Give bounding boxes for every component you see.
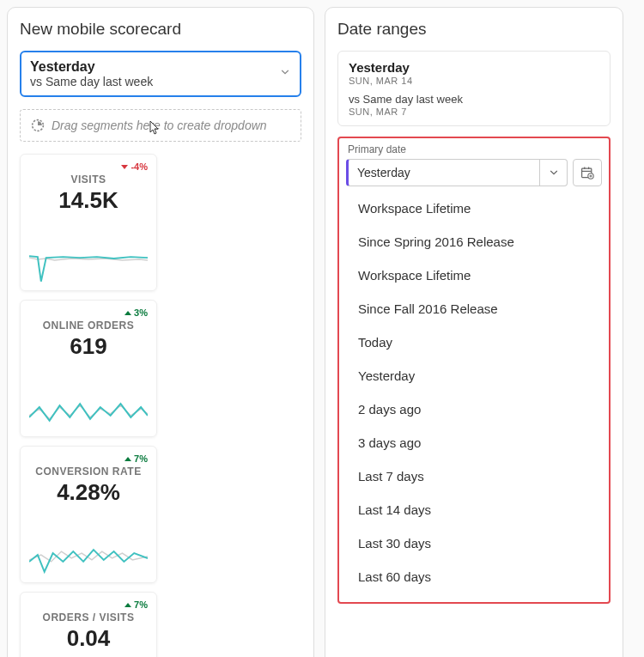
date-option[interactable]: Workspace Lifetime — [346, 259, 602, 292]
date-option[interactable]: Last 7 days — [346, 459, 602, 493]
metric-card-conversion-rate[interactable]: 7% CONVERSION RATE 4.28% — [20, 446, 157, 583]
metric-label: ONLINE ORDERS — [29, 319, 148, 332]
date-option[interactable]: Since Fall 2016 Release — [346, 292, 602, 325]
date-option[interactable]: Today — [346, 325, 602, 359]
chevron-down-icon — [539, 160, 567, 186]
summary-primary: Yesterday — [349, 60, 599, 75]
scorecard-cards: -4% VISITS 14.5K 3% ONLINE ORDERS 619 — [20, 154, 301, 657]
primary-date-selected: Yesterday — [349, 160, 539, 186]
summary-compare-sub: SUN, MAR 7 — [349, 106, 599, 117]
date-option[interactable]: Yesterday — [346, 359, 602, 392]
primary-date-select[interactable]: Yesterday — [346, 159, 568, 186]
metric-label: CONVERSION RATE — [29, 465, 148, 478]
chevron-down-icon — [279, 66, 291, 82]
date-option[interactable]: Workspace Lifetime — [346, 192, 602, 225]
trend-badge: 7% — [125, 599, 148, 610]
metric-value: 4.28% — [29, 479, 148, 506]
primary-date-label: Primary date — [348, 143, 602, 155]
date-ranges-title: Date ranges — [337, 20, 611, 39]
sparkline — [29, 360, 148, 431]
cursor-icon — [149, 120, 161, 138]
date-option[interactable]: Last 60 days — [346, 560, 602, 593]
scorecard-title: New mobile scorecard — [20, 20, 301, 39]
metric-card-visits[interactable]: -4% VISITS 14.5K — [20, 154, 157, 291]
metric-label: VISITS — [29, 173, 148, 186]
date-option[interactable]: 3 days ago — [346, 426, 602, 459]
trend-badge: 3% — [125, 307, 148, 318]
trend-badge: 7% — [125, 453, 148, 464]
date-option[interactable]: Since Spring 2016 Release — [346, 225, 602, 259]
metric-label: ORDERS / VISITS — [29, 611, 148, 624]
primary-date-section: Primary date Yesterday — [337, 137, 611, 604]
date-range-summary[interactable]: Yesterday SUN, MAR 14 vs Same day last w… — [337, 51, 611, 126]
metric-card-online-orders[interactable]: 3% ONLINE ORDERS 619 — [20, 300, 157, 437]
metric-value: 619 — [29, 333, 148, 360]
date-range-secondary: vs Same day last week — [30, 75, 291, 88]
date-option[interactable]: Last 30 days — [346, 526, 602, 560]
sparkline — [29, 506, 148, 577]
summary-compare: vs Same day last week — [349, 93, 599, 106]
date-ranges-panel: Date ranges Yesterday SUN, MAR 14 vs Sam… — [325, 7, 623, 657]
summary-primary-sub: SUN, MAR 14 — [349, 76, 599, 86]
segment-icon — [31, 119, 45, 132]
metric-value: 14.5K — [29, 187, 148, 214]
date-option[interactable]: Last 14 days — [346, 493, 602, 526]
metric-value: 0.04 — [29, 625, 148, 652]
date-option[interactable]: 2 days ago — [346, 392, 602, 426]
primary-date-options: Workspace Lifetime Since Spring 2016 Rel… — [346, 192, 602, 593]
metric-card-orders-visits[interactable]: 7% ORDERS / VISITS 0.04 — [20, 592, 157, 657]
sparkline — [29, 214, 148, 285]
date-range-primary: Yesterday — [30, 59, 291, 75]
calendar-plus-icon — [580, 166, 594, 179]
segment-dropzone[interactable]: Drag segments here to create dropdown — [20, 109, 301, 142]
scorecard-panel: New mobile scorecard Yesterday vs Same d… — [7, 7, 314, 657]
sparkline — [29, 652, 148, 657]
calendar-add-button[interactable] — [573, 159, 602, 186]
date-range-selector[interactable]: Yesterday vs Same day last week — [20, 51, 301, 97]
trend-badge: -4% — [121, 161, 148, 172]
